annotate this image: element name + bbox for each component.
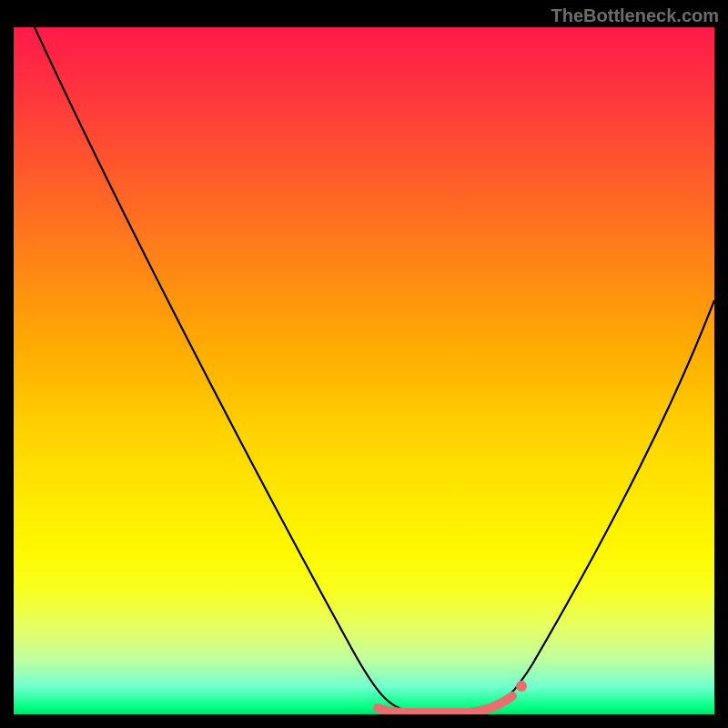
chart-svg bbox=[14, 27, 714, 714]
marker-dots bbox=[378, 696, 512, 713]
plot-gradient-background bbox=[14, 27, 714, 714]
curve-path bbox=[35, 27, 714, 713]
watermark-text: TheBottleneck.com bbox=[551, 5, 719, 26]
marker-end-dot bbox=[516, 681, 527, 692]
